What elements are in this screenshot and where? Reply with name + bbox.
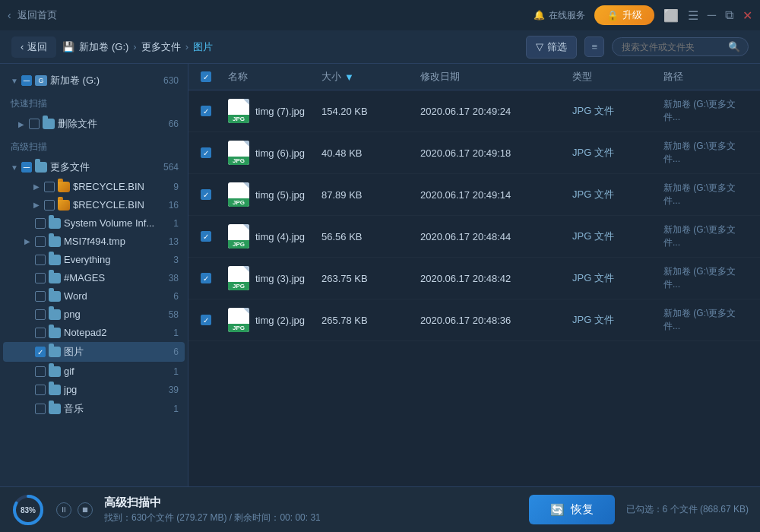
sidebar-item-3[interactable]: ▶MSI7f494.tmp13 bbox=[3, 233, 185, 250]
th-type[interactable]: 类型 bbox=[568, 64, 659, 90]
th-size[interactable]: 大小 ▼ bbox=[317, 64, 416, 90]
sidebar-item-2[interactable]: System Volume Inf...1 bbox=[3, 214, 185, 232]
search-icon[interactable]: 🔍 bbox=[728, 41, 740, 52]
select-all-checkbox[interactable]: ✓ bbox=[201, 71, 211, 82]
item-checkbox[interactable] bbox=[35, 366, 46, 377]
upgrade-button[interactable]: 🔒 升级 bbox=[594, 5, 654, 25]
row-checkbox[interactable]: ✓ bbox=[196, 98, 223, 124]
th-checkbox[interactable]: ✓ bbox=[196, 64, 223, 90]
item-checkbox[interactable]: ✓ bbox=[35, 347, 46, 357]
row-cb[interactable]: ✓ bbox=[201, 315, 211, 325]
filter-button[interactable]: ▽ 筛选 bbox=[526, 36, 577, 59]
folder-icon bbox=[49, 291, 61, 302]
table-row[interactable]: ✓ JPG timg (7).jpg 154.20 KB 2020.06.17 … bbox=[188, 90, 760, 132]
item-checkbox[interactable] bbox=[35, 255, 46, 265]
item-label: Everything bbox=[64, 254, 170, 265]
item-checkbox[interactable] bbox=[35, 328, 46, 338]
breadcrumb-folder[interactable]: 更多文件 bbox=[141, 40, 181, 54]
sidebar-item-6[interactable]: Word6 bbox=[3, 287, 185, 305]
sidebar-item-drive[interactable]: ▼ ─ G 新加卷 (G:) 630 bbox=[3, 71, 185, 90]
sidebar-item-delete-files[interactable]: ▶ 删除文件 66 bbox=[3, 114, 185, 134]
back-button[interactable]: ‹ 返回 bbox=[11, 36, 56, 58]
item-label: MSI7f494.tmp bbox=[64, 236, 166, 247]
item-checkbox[interactable] bbox=[35, 291, 46, 302]
sidebar-item-5[interactable]: #MAGES38 bbox=[3, 269, 185, 287]
row-cb[interactable]: ✓ bbox=[201, 189, 211, 200]
sidebar-item-8[interactable]: Notepad21 bbox=[3, 324, 185, 341]
window-controls: ⬜ ☰ ─ ⧉ ✕ bbox=[663, 8, 752, 23]
nav-left: ‹ 返回 💾 新加卷 (G:) › 更多文件 › 图片 bbox=[11, 36, 213, 58]
delete-files-label: 删除文件 bbox=[58, 117, 166, 131]
breadcrumb: 💾 新加卷 (G:) › 更多文件 › 图片 bbox=[62, 40, 213, 54]
close-window-button[interactable]: ✕ bbox=[743, 8, 752, 23]
row-cb[interactable]: ✓ bbox=[201, 147, 211, 158]
sidebar-item-0[interactable]: ▶$RECYCLE.BIN9 bbox=[3, 178, 185, 195]
row-size: 265.78 KB bbox=[317, 307, 416, 334]
th-path[interactable]: 路径 bbox=[659, 64, 752, 90]
item-checkbox[interactable] bbox=[35, 273, 46, 283]
sidebar-item-more-files[interactable]: ▼ ─ 更多文件 564 bbox=[3, 157, 185, 177]
item-checkbox[interactable] bbox=[35, 309, 46, 320]
content-area: ✓ 名称 大小 ▼ 修改日期 类型 路径 ✓ bbox=[188, 64, 760, 486]
item-checkbox[interactable] bbox=[44, 182, 55, 192]
restore-window-button[interactable]: ⧉ bbox=[725, 8, 733, 23]
table-row[interactable]: ✓ JPG timg (5).jpg 87.89 KB 2020.06.17 2… bbox=[188, 174, 760, 216]
row-cb[interactable]: ✓ bbox=[201, 106, 211, 116]
item-checkbox[interactable] bbox=[35, 404, 46, 414]
item-checkbox[interactable] bbox=[35, 236, 46, 247]
row-checkbox[interactable]: ✓ bbox=[196, 307, 223, 333]
sidebar-item-9[interactable]: ✓图片6 bbox=[3, 342, 185, 362]
table-row[interactable]: ✓ JPG timg (4).jpg 56.56 KB 2020.06.17 2… bbox=[188, 216, 760, 258]
row-cb[interactable]: ✓ bbox=[201, 273, 211, 283]
folder-icon bbox=[49, 273, 61, 283]
row-checkbox[interactable]: ✓ bbox=[196, 182, 223, 207]
pause-button[interactable]: ⏸ bbox=[56, 502, 71, 518]
breadcrumb-drive[interactable]: 新加卷 (G:) bbox=[79, 40, 128, 54]
sidebar-item-1[interactable]: ▶$RECYCLE.BIN16 bbox=[3, 196, 185, 214]
table-row[interactable]: ✓ JPG timg (6).jpg 40.48 KB 2020.06.17 2… bbox=[188, 132, 760, 174]
drive-icon: G bbox=[35, 75, 47, 86]
table-row[interactable]: ✓ JPG timg (3).jpg 263.75 KB 2020.06.17 … bbox=[188, 258, 760, 299]
item-count: 9 bbox=[173, 182, 179, 192]
breadcrumb-current: 图片 bbox=[193, 40, 213, 54]
folder-icon bbox=[35, 162, 47, 173]
search-input[interactable] bbox=[622, 42, 728, 52]
online-service[interactable]: 🔔 在线服务 bbox=[534, 9, 585, 22]
expand-icon: ▼ bbox=[11, 163, 18, 172]
table-row[interactable]: ✓ JPG timg (2).jpg 265.78 KB 2020.06.17 … bbox=[188, 299, 760, 341]
jpg-file-icon: JPG bbox=[228, 224, 249, 249]
row-name: JPG timg (6).jpg bbox=[223, 133, 317, 173]
drive-checkbox[interactable]: ─ bbox=[21, 75, 32, 86]
sidebar-item-10[interactable]: gif1 bbox=[3, 363, 185, 380]
row-type: JPG 文件 bbox=[568, 264, 659, 293]
stop-button[interactable]: ⏹ bbox=[78, 502, 93, 518]
row-checkbox[interactable]: ✓ bbox=[196, 140, 223, 166]
row-type: JPG 文件 bbox=[568, 222, 659, 251]
th-name[interactable]: 名称 bbox=[223, 64, 317, 90]
more-files-checkbox[interactable]: ─ bbox=[21, 162, 32, 173]
sidebar-item-7[interactable]: png58 bbox=[3, 306, 185, 323]
back-arrow-icon: ‹ bbox=[21, 41, 24, 52]
sidebar-item-11[interactable]: jpg39 bbox=[3, 381, 185, 398]
menu-button[interactable]: ☰ bbox=[688, 8, 698, 23]
delete-files-checkbox[interactable] bbox=[29, 119, 40, 129]
row-checkbox[interactable]: ✓ bbox=[196, 223, 223, 249]
row-cb[interactable]: ✓ bbox=[201, 231, 211, 242]
item-checkbox[interactable] bbox=[35, 218, 46, 229]
back-home-label[interactable]: 返回首页 bbox=[17, 8, 57, 22]
item-label: #MAGES bbox=[64, 272, 166, 283]
row-type: JPG 文件 bbox=[568, 306, 659, 334]
minimize-window-button[interactable]: ─ bbox=[708, 8, 716, 23]
restore-button[interactable]: 🔄 恢复 bbox=[529, 495, 615, 524]
sidebar-item-4[interactable]: Everything3 bbox=[3, 251, 185, 268]
minimize-button[interactable]: ⬜ bbox=[663, 8, 679, 23]
item-checkbox[interactable] bbox=[44, 200, 55, 211]
sort-icon: ▼ bbox=[344, 71, 354, 83]
row-type: JPG 文件 bbox=[568, 138, 659, 167]
list-view-button[interactable]: ≡ bbox=[584, 36, 604, 57]
item-count: 1 bbox=[173, 366, 179, 377]
item-checkbox[interactable] bbox=[35, 385, 46, 395]
th-date[interactable]: 修改日期 bbox=[416, 64, 568, 90]
row-checkbox[interactable]: ✓ bbox=[196, 265, 223, 291]
sidebar-item-12[interactable]: 音乐1 bbox=[3, 399, 185, 419]
